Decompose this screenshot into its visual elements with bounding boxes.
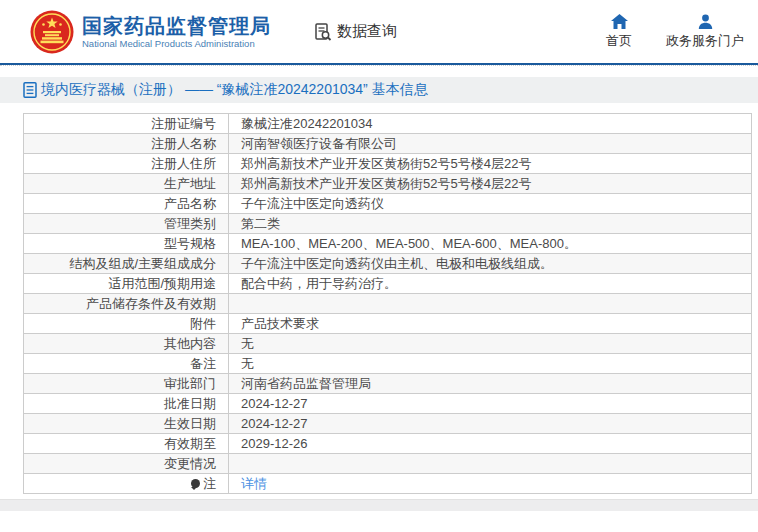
row-value: 子午流注中医定向透药仪 <box>229 194 752 214</box>
row-label: 注册人住所 <box>24 154 229 174</box>
document-icon <box>23 82 37 98</box>
nav-gov-portal[interactable]: 政务服务门户 <box>666 14 744 50</box>
row-label: 管理类别 <box>24 214 229 234</box>
nav-gov-portal-label: 政务服务门户 <box>666 32 744 50</box>
user-icon <box>698 14 713 29</box>
home-icon <box>611 14 628 29</box>
note-icon <box>191 479 200 488</box>
row-label: 变更情况 <box>24 454 229 474</box>
row-label: 适用范围/预期用途 <box>24 274 229 294</box>
nav-home[interactable]: 首页 <box>606 14 632 50</box>
row-label: 生效日期 <box>24 414 229 434</box>
row-value: 豫械注准20242201034 <box>229 114 752 134</box>
row-label: 审批部门 <box>24 374 229 394</box>
row-value: 2024-12-27 <box>229 414 752 434</box>
row-value <box>229 454 752 474</box>
row-label: 注册证编号 <box>24 114 229 134</box>
row-label: 型号规格 <box>24 234 229 254</box>
row-value: 第二类 <box>229 214 752 234</box>
row-label: 附件 <box>24 314 229 334</box>
breadcrumb-text: 境内医疗器械（注册） —— “豫械注准20242201034” 基本信息 <box>41 81 428 99</box>
table-row: 管理类别第二类 <box>24 214 752 234</box>
site-subtitle: National Medical Products Administration <box>82 38 271 50</box>
nav-home-label: 首页 <box>606 32 632 50</box>
row-label: 注 <box>24 474 229 494</box>
registration-info-table: 注册证编号豫械注准20242201034注册人名称河南智领医疗设备有限公司注册人… <box>23 113 758 494</box>
table-row: 附件产品技术要求 <box>24 314 752 334</box>
row-label: 产品名称 <box>24 194 229 214</box>
row-value: 无 <box>229 334 752 354</box>
row-label: 注册人名称 <box>24 134 229 154</box>
table-row: 备注无 <box>24 354 752 374</box>
row-value: 2024-12-27 <box>229 394 752 414</box>
row-value: 郑州高新技术产业开发区黄杨街52号5号楼4层22号 <box>229 154 752 174</box>
row-label: 生产地址 <box>24 174 229 194</box>
data-query-button[interactable]: 数据查询 <box>313 22 397 42</box>
row-label: 批准日期 <box>24 394 229 414</box>
detail-link[interactable]: 详情 <box>241 476 267 491</box>
header-divider <box>0 63 758 66</box>
row-label: 结构及组成/主要组成成分 <box>24 254 229 274</box>
row-value: 配合中药，用于导药治疗。 <box>229 274 752 294</box>
table-row: 其他内容无 <box>24 334 752 354</box>
table-row: 批准日期2024-12-27 <box>24 394 752 414</box>
info-table-body: 注册证编号豫械注准20242201034注册人名称河南智领医疗设备有限公司注册人… <box>24 114 752 494</box>
row-value: 详情 <box>229 474 752 494</box>
row-label: 其他内容 <box>24 334 229 354</box>
table-row: 审批部门河南省药品监督管理局 <box>24 374 752 394</box>
table-row: 注册人住所郑州高新技术产业开发区黄杨街52号5号楼4层22号 <box>24 154 752 174</box>
table-row: 产品名称子午流注中医定向透药仪 <box>24 194 752 214</box>
row-label: 有效期至 <box>24 434 229 454</box>
footer-strip <box>0 499 758 511</box>
row-value: MEA-100、MEA-200、MEA-500、MEA-600、MEA-800。 <box>229 234 752 254</box>
row-value: 河南省药品监督管理局 <box>229 374 752 394</box>
row-label: 产品储存条件及有效期 <box>24 294 229 314</box>
site-title: 国家药品监督管理局 <box>82 14 271 38</box>
table-row: 注册证编号豫械注准20242201034 <box>24 114 752 134</box>
table-row: 产品储存条件及有效期 <box>24 294 752 314</box>
table-row: 适用范围/预期用途配合中药，用于导药治疗。 <box>24 274 752 294</box>
table-row: 注册人名称河南智领医疗设备有限公司 <box>24 134 752 154</box>
row-value: 子午流注中医定向透药仪由主机、电极和电极线组成。 <box>229 254 752 274</box>
table-row: 型号规格MEA-100、MEA-200、MEA-500、MEA-600、MEA-… <box>24 234 752 254</box>
row-value: 无 <box>229 354 752 374</box>
document-search-icon <box>313 22 333 42</box>
row-value: 河南智领医疗设备有限公司 <box>229 134 752 154</box>
row-value: 2029-12-26 <box>229 434 752 454</box>
breadcrumb: 境内医疗器械（注册） —— “豫械注准20242201034” 基本信息 <box>0 77 758 103</box>
table-row: 变更情况 <box>24 454 752 474</box>
table-row: 注详情 <box>24 474 752 494</box>
site-header: 国家药品监督管理局 National Medical Products Admi… <box>0 0 758 63</box>
row-label: 备注 <box>24 354 229 374</box>
data-query-label: 数据查询 <box>337 22 397 41</box>
row-value: 郑州高新技术产业开发区黄杨街52号5号楼4层22号 <box>229 174 752 194</box>
row-value: 产品技术要求 <box>229 314 752 334</box>
table-row: 生效日期2024-12-27 <box>24 414 752 434</box>
table-row: 有效期至2029-12-26 <box>24 434 752 454</box>
row-value <box>229 294 752 314</box>
table-row: 结构及组成/主要组成成分子午流注中医定向透药仪由主机、电极和电极线组成。 <box>24 254 752 274</box>
logo-text: 国家药品监督管理局 National Medical Products Admi… <box>82 14 271 50</box>
table-row: 生产地址郑州高新技术产业开发区黄杨街52号5号楼4层22号 <box>24 174 752 194</box>
china-national-emblem-icon <box>30 10 74 54</box>
